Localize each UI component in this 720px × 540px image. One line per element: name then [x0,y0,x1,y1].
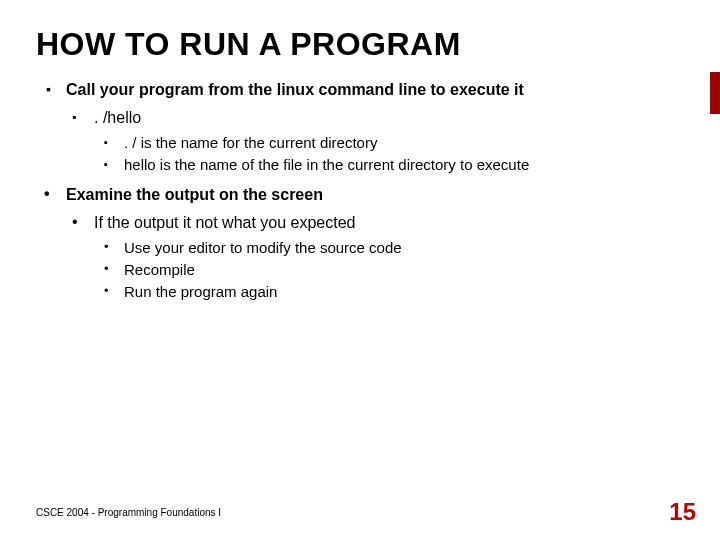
text: If the output it not what you expected [94,214,356,231]
page-number: 15 [669,498,696,526]
list-item: . /hello . / is the name for the current… [66,108,684,176]
text: . /hello [94,109,141,126]
list-item: Use your editor to modify the source cod… [94,239,684,258]
list-level-1: Examine the output on the screen If the … [36,185,684,301]
list-level-2: . /hello . / is the name for the current… [66,108,684,176]
list-level-2: If the output it not what you expected U… [66,213,684,301]
text: hello is the name of the file in the cur… [124,156,529,173]
list-item: hello is the name of the file in the cur… [94,156,684,175]
text: Examine the output on the screen [66,186,323,203]
list-item: If the output it not what you expected U… [66,213,684,301]
text: Recompile [124,261,195,278]
list-item: Examine the output on the screen If the … [36,185,684,301]
footer-course: CSCE 2004 - Programming Foundations I [36,507,221,518]
text: . / is the name for the current director… [124,134,377,151]
list-level-3: Use your editor to modify the source cod… [94,239,684,301]
text: Call your program from the linux command… [66,81,524,98]
list-level-3: . / is the name for the current director… [94,134,684,176]
accent-bar [710,72,720,114]
list-level-1: Call your program from the linux command… [36,80,684,176]
list-item: Call your program from the linux command… [36,80,684,176]
slide-body: Call your program from the linux command… [36,80,684,302]
list-item: Run the program again [94,283,684,302]
slide: HOW TO RUN A PROGRAM Call your program f… [0,0,720,540]
text: Use your editor to modify the source cod… [124,239,402,256]
list-item: Recompile [94,261,684,280]
list-item: . / is the name for the current director… [94,134,684,153]
text: Run the program again [124,283,277,300]
slide-title: HOW TO RUN A PROGRAM [36,28,556,62]
